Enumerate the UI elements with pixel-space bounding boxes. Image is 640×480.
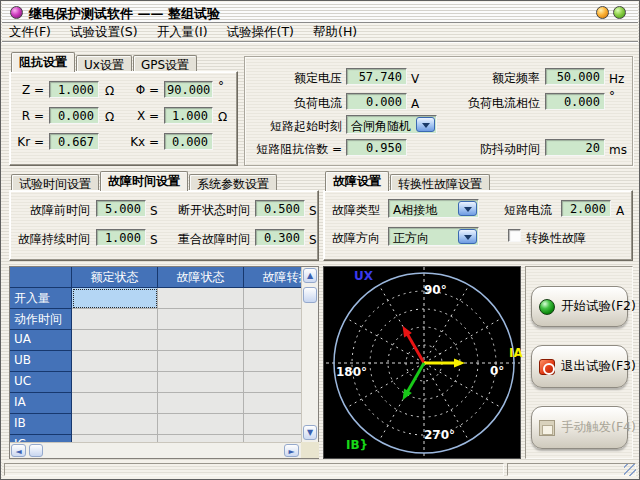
scroll-left-icon[interactable]: ◄ bbox=[11, 444, 26, 457]
impedance-multiple-field[interactable]: 0.950 bbox=[346, 139, 407, 156]
table-cell[interactable] bbox=[244, 393, 301, 414]
scroll-up-icon[interactable]: ▲ bbox=[303, 268, 317, 283]
resize-grip-icon[interactable] bbox=[624, 464, 636, 476]
start-test-button[interactable]: 开始试验(F2) bbox=[531, 286, 628, 327]
tab-ux-settings[interactable]: Ux设置 bbox=[76, 55, 132, 72]
menu-file[interactable]: 文件(F) bbox=[9, 24, 51, 41]
fault-direction-combo[interactable]: 正方向 bbox=[388, 227, 479, 246]
table-cell[interactable] bbox=[158, 288, 244, 309]
convert-fault-label: 转换性故障 bbox=[526, 230, 586, 247]
table-cell[interactable] bbox=[244, 351, 301, 372]
load-phase-label: 负荷电流相位 bbox=[433, 95, 540, 112]
menu-help[interactable]: 帮助(H) bbox=[313, 24, 357, 41]
time-panel-body: 故障前时间 5.000 S 断开状态时间 0.500 S 故障持续时间 1.00… bbox=[9, 190, 319, 261]
table-cell[interactable] bbox=[158, 435, 244, 442]
horizontal-scrollbar[interactable]: ◄ ► bbox=[10, 442, 301, 458]
debounce-field[interactable]: 20 bbox=[545, 139, 605, 156]
kx-field[interactable]: 0.000 bbox=[164, 133, 213, 150]
table-cell[interactable] bbox=[244, 309, 301, 330]
convert-fault-checkbox[interactable] bbox=[508, 229, 521, 242]
phasor-label: 180° bbox=[336, 365, 367, 379]
table-cell[interactable] bbox=[158, 414, 244, 435]
rated-voltage-field[interactable]: 57.740 bbox=[346, 68, 407, 85]
rated-freq-field[interactable]: 50.000 bbox=[545, 68, 605, 85]
row-header[interactable]: 开入量 bbox=[10, 288, 72, 309]
exit-test-button[interactable]: 退出试验(F3) bbox=[531, 345, 628, 388]
tab-test-time[interactable]: 试验时间设置 bbox=[11, 174, 99, 191]
tab-fault-settings[interactable]: 故障设置 bbox=[325, 171, 389, 191]
reclose-fault-time-field[interactable]: 0.300 bbox=[255, 229, 305, 246]
row-header[interactable]: UB bbox=[10, 351, 72, 372]
table-cell[interactable] bbox=[244, 414, 301, 435]
table-cell[interactable] bbox=[72, 372, 158, 393]
tab-convert-fault-settings[interactable]: 转换性故障设置 bbox=[390, 174, 490, 191]
row-header[interactable]: 动作时间 bbox=[10, 309, 72, 330]
table-cell[interactable] bbox=[72, 414, 158, 435]
z-field[interactable]: 1.000 bbox=[49, 81, 99, 98]
row-header[interactable]: UA bbox=[10, 330, 72, 351]
scrollbar-corner bbox=[301, 442, 319, 458]
prefault-time-field[interactable]: 5.000 bbox=[96, 200, 146, 217]
fault-duration-field[interactable]: 1.000 bbox=[96, 229, 146, 246]
table-cell[interactable] bbox=[244, 330, 301, 351]
column-header[interactable]: 故障转换 bbox=[244, 267, 301, 288]
menu-test-settings[interactable]: 试验设置(S) bbox=[70, 24, 138, 41]
table-cell[interactable] bbox=[158, 372, 244, 393]
table-cell[interactable] bbox=[72, 309, 158, 330]
vertical-scrollbar[interactable]: ▲ ▼ bbox=[301, 267, 318, 442]
app-menu-orb-icon[interactable] bbox=[10, 6, 23, 19]
load-phase-field[interactable]: 0.000 bbox=[545, 93, 605, 110]
menu-binary-input[interactable]: 开入量(I) bbox=[157, 24, 208, 41]
z-unit: Ω bbox=[105, 84, 114, 98]
close-orb-icon[interactable] bbox=[613, 6, 626, 19]
table-cell-selected[interactable] bbox=[72, 288, 158, 309]
table-cell[interactable] bbox=[244, 288, 301, 309]
load-current-field[interactable]: 0.000 bbox=[346, 93, 407, 110]
x-field[interactable]: 1.000 bbox=[164, 107, 213, 124]
z-label: Z = bbox=[12, 83, 44, 97]
fault-type-combo[interactable]: A相接地 bbox=[388, 199, 479, 218]
short-start-combo[interactable]: 合闸角随机 bbox=[346, 115, 437, 134]
row-header[interactable]: UC bbox=[10, 372, 72, 393]
time-panel: 试验时间设置 故障时间设置 系统参数设置 故障前时间 5.000 S 断开状态时… bbox=[9, 171, 319, 261]
scroll-right-icon[interactable]: ► bbox=[284, 444, 299, 457]
tab-gps-settings[interactable]: GPS设置 bbox=[133, 55, 197, 72]
tab-fault-time[interactable]: 故障时间设置 bbox=[100, 171, 188, 191]
tab-impedance-settings[interactable]: 阻抗设置 bbox=[11, 52, 75, 72]
open-state-time-field[interactable]: 0.500 bbox=[255, 200, 305, 217]
short-start-combo-value: 合闸角随机 bbox=[347, 116, 415, 133]
column-header[interactable]: 故障状态 bbox=[158, 267, 244, 288]
short-current-field[interactable]: 2.000 bbox=[561, 200, 611, 217]
table-cell[interactable] bbox=[244, 435, 301, 442]
table-cell[interactable] bbox=[158, 330, 244, 351]
time-panel-tabs: 试验时间设置 故障时间设置 系统参数设置 bbox=[11, 171, 319, 191]
row-header[interactable]: IB bbox=[10, 414, 72, 435]
table-cell[interactable] bbox=[72, 435, 158, 442]
table-cell[interactable] bbox=[72, 351, 158, 372]
row-header[interactable]: IC bbox=[10, 435, 72, 442]
manual-trigger-button[interactable]: 手动触发(F4) bbox=[531, 406, 628, 449]
minimize-orb-icon[interactable] bbox=[596, 6, 609, 19]
table-cell[interactable] bbox=[244, 372, 301, 393]
column-header[interactable]: 额定状态 bbox=[72, 267, 158, 288]
row-header[interactable]: IA bbox=[10, 393, 72, 414]
tab-system-params[interactable]: 系统参数设置 bbox=[189, 174, 277, 191]
r-field[interactable]: 0.000 bbox=[49, 107, 99, 124]
table-cell[interactable] bbox=[158, 351, 244, 372]
vertical-scroll-thumb[interactable] bbox=[303, 287, 317, 303]
reclose-fault-time-label: 重合故障时间 bbox=[162, 231, 250, 248]
phi-field[interactable]: 90.000 bbox=[164, 81, 213, 98]
table-cell[interactable] bbox=[72, 330, 158, 351]
scroll-down-icon[interactable]: ▼ bbox=[303, 425, 317, 440]
horizontal-scroll-thumb[interactable] bbox=[29, 444, 43, 457]
kr-field[interactable]: 0.667 bbox=[49, 133, 99, 150]
table-cell[interactable] bbox=[158, 393, 244, 414]
chevron-down-icon[interactable] bbox=[416, 117, 435, 132]
chevron-down-icon[interactable] bbox=[458, 201, 477, 216]
table-cell[interactable] bbox=[158, 309, 244, 330]
phasor-label: IA bbox=[509, 346, 523, 360]
menu-test-operation[interactable]: 试验操作(T) bbox=[227, 24, 294, 41]
chevron-down-icon[interactable] bbox=[458, 229, 477, 244]
r-unit: Ω bbox=[105, 110, 114, 124]
table-cell[interactable] bbox=[72, 393, 158, 414]
